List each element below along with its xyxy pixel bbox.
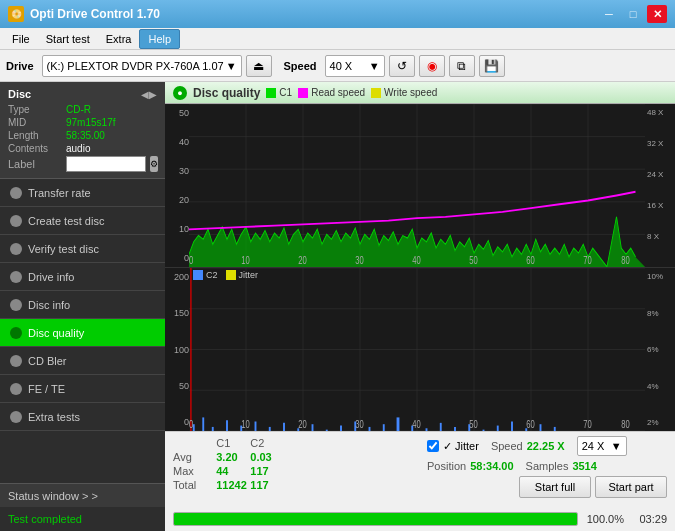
legend-jitter-label: Jitter <box>239 270 259 280</box>
stats-avg-label: Avg <box>173 450 216 464</box>
menu-help[interactable]: Help <box>139 29 180 49</box>
svg-text:10: 10 <box>241 419 249 431</box>
svg-text:40: 40 <box>412 255 420 266</box>
disc-type-val: CD-R <box>66 104 91 115</box>
legend-c2-label: C2 <box>206 270 218 280</box>
status-progress-area: 100.0% 03:29 <box>165 507 675 531</box>
charts-wrapper: 50 40 30 20 10 0 <box>165 104 675 431</box>
stats-total-c1: 11242 <box>216 478 250 492</box>
legend-write-speed-color <box>371 88 381 98</box>
sidebar-item-disc-quality[interactable]: Disc quality <box>0 319 165 347</box>
speed-value: 40 X <box>330 60 353 72</box>
position-label: Position <box>427 460 466 472</box>
copy-button[interactable]: ⧉ <box>449 55 475 77</box>
svg-text:30: 30 <box>355 255 363 266</box>
top-chart-y-axis-left: 50 40 30 20 10 0 <box>165 104 189 267</box>
start-full-button[interactable]: Start full <box>519 476 591 498</box>
gear-icon[interactable]: ⚙ <box>150 156 158 172</box>
samples-val: 3514 <box>572 460 596 472</box>
chart-title: Disc quality <box>193 86 260 100</box>
disc-panel: Disc ◀▶ Type CD-R MID 97m15s17f Length 5… <box>0 82 165 179</box>
speed-label: Speed <box>284 60 317 72</box>
bottom-chart-legend: C2 Jitter <box>193 270 258 280</box>
legend-read-speed-color <box>298 88 308 98</box>
close-button[interactable]: ✕ <box>647 5 667 23</box>
erase-button[interactable]: ◉ <box>419 55 445 77</box>
stats-avg-c2: 0.03 <box>250 450 284 464</box>
nav-dot-transfer-rate <box>10 187 22 199</box>
sidebar-item-create-test-disc[interactable]: Create test disc <box>0 207 165 235</box>
nav-dot-cd-bler <box>10 355 22 367</box>
save-button[interactable]: 💾 <box>479 55 505 77</box>
chart-header: ● Disc quality C1 Read speed Write speed <box>165 82 675 104</box>
speed-24x-dropdown[interactable]: 24 X ▼ <box>577 436 627 456</box>
legend-c1-color <box>266 88 276 98</box>
disc-label-row: Label ⚙ <box>8 156 157 172</box>
speed-select[interactable]: 40 X ▼ <box>325 55 385 77</box>
sidebar-item-disc-info[interactable]: Disc info <box>0 291 165 319</box>
nav-dot-extra-tests <box>10 411 22 423</box>
stats-total-row: Total 11242 117 <box>173 478 284 492</box>
nav-label-drive-info: Drive info <box>28 271 74 283</box>
disc-length-key: Length <box>8 130 66 141</box>
stats-max-row: Max 44 117 <box>173 464 284 478</box>
disc-header: Disc ◀▶ <box>8 88 157 100</box>
disc-label-key: Label <box>8 158 66 170</box>
position-samples-row: Position 58:34.00 Samples 3514 <box>427 460 667 472</box>
svg-text:0: 0 <box>189 419 193 431</box>
disc-collapse-icon[interactable]: ◀▶ <box>141 89 157 100</box>
menu-extra[interactable]: Extra <box>98 29 140 49</box>
disc-length-val: 58:35.00 <box>66 130 105 141</box>
title-controls: ─ □ ✕ <box>599 5 667 23</box>
progress-bar-fill <box>174 513 577 525</box>
status-window-link[interactable]: Status window > > <box>0 483 165 507</box>
legend-read-speed: Read speed <box>298 87 365 98</box>
nav-label-extra-tests: Extra tests <box>28 411 80 423</box>
nav-label-cd-bler: CD Bler <box>28 355 67 367</box>
drive-select-value: (K:) PLEXTOR DVDR PX-760A 1.07 <box>47 60 224 72</box>
app-title: Opti Drive Control 1.70 <box>30 7 160 21</box>
sidebar-item-extra-tests[interactable]: Extra tests <box>0 403 165 431</box>
action-buttons: Start full Start part <box>427 476 667 498</box>
maximize-button[interactable]: □ <box>623 5 643 23</box>
stats-total-label: Total <box>173 478 216 492</box>
status-text: Test completed <box>0 513 165 525</box>
sidebar-item-cd-bler[interactable]: CD Bler <box>0 347 165 375</box>
minimize-button[interactable]: ─ <box>599 5 619 23</box>
nav-dot-drive-info <box>10 271 22 283</box>
drive-dropdown-arrow: ▼ <box>226 60 237 72</box>
position-val: 58:34.00 <box>470 460 513 472</box>
stats-total-c2: 117 <box>250 478 284 492</box>
speed-info: Speed 22.25 X <box>491 440 565 452</box>
start-part-button[interactable]: Start part <box>595 476 667 498</box>
menu-start-test[interactable]: Start test <box>38 29 98 49</box>
nav-dot-disc-info <box>10 299 22 311</box>
speed-dropdown-val: 24 X <box>582 440 605 452</box>
samples-label: Samples <box>526 460 569 472</box>
app-icon: 📀 <box>8 6 24 22</box>
jitter-checkbox[interactable] <box>427 440 439 452</box>
samples-info: Samples 3514 <box>526 460 597 472</box>
sidebar-item-fe-te[interactable]: FE / TE <box>0 375 165 403</box>
sidebar-item-drive-info[interactable]: Drive info <box>0 263 165 291</box>
disc-title: Disc <box>8 88 31 100</box>
svg-text:20: 20 <box>298 255 306 266</box>
status-bar: Test completed 100.0% 03:29 <box>0 507 675 531</box>
main-content: Disc ◀▶ Type CD-R MID 97m15s17f Length 5… <box>0 82 675 507</box>
stats-avg-row: Avg 3.20 0.03 <box>173 450 284 464</box>
refresh-button[interactable]: ↺ <box>389 55 415 77</box>
disc-contents-key: Contents <box>8 143 66 154</box>
nav-label-fe-te: FE / TE <box>28 383 65 395</box>
drive-select[interactable]: (K:) PLEXTOR DVDR PX-760A 1.07 ▼ <box>42 55 242 77</box>
disc-label-input[interactable] <box>66 156 146 172</box>
sidebar-item-verify-test-disc[interactable]: Verify test disc <box>0 235 165 263</box>
nav-dot-fe-te <box>10 383 22 395</box>
menu-file[interactable]: File <box>4 29 38 49</box>
disc-mid-val: 97m15s17f <box>66 117 115 128</box>
svg-text:80: 80 <box>621 255 629 266</box>
eject-button[interactable]: ⏏ <box>246 55 272 77</box>
nav-label-create-test-disc: Create test disc <box>28 215 104 227</box>
title-bar: 📀 Opti Drive Control 1.70 ─ □ ✕ <box>0 0 675 28</box>
sidebar-item-transfer-rate[interactable]: Transfer rate <box>0 179 165 207</box>
legend-write-speed: Write speed <box>371 87 437 98</box>
